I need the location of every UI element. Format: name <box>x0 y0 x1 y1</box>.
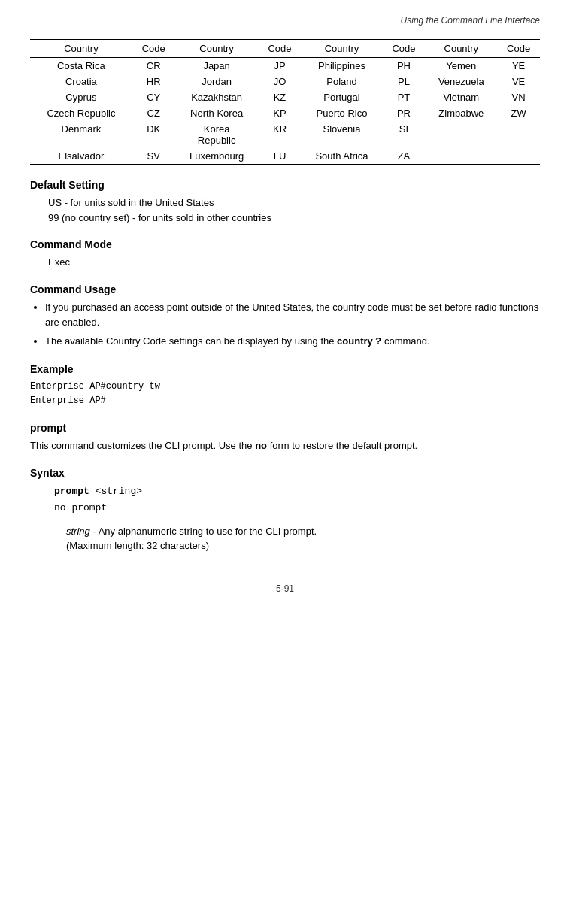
table-cell: Zimbabwe <box>425 105 497 121</box>
prompt-desc-pre: This command customizes the CLI prompt. … <box>30 440 255 451</box>
table-cell: Puerto Rico <box>301 105 382 121</box>
table-cell: VE <box>497 74 540 89</box>
syntax-param-desc2: (Maximum length: 32 characters) <box>66 540 209 551</box>
table-cell: KP <box>259 105 302 121</box>
default-setting-line1: US - for units sold in the United States <box>48 195 540 211</box>
table-cell: Philippines <box>301 58 382 74</box>
command-mode-value: Exec <box>48 256 70 268</box>
table-cell: PH <box>383 58 426 74</box>
table-cell: Poland <box>301 74 382 89</box>
table-cell <box>425 121 497 148</box>
table-cell: KR <box>259 121 302 148</box>
table-cell: SV <box>132 148 175 165</box>
col-header-country2: Country <box>175 40 259 58</box>
col-header-code1: Code <box>132 40 175 58</box>
table-cell: Jordan <box>175 74 259 89</box>
prompt-desc-post: form to restore the default prompt. <box>267 440 417 451</box>
bullet-1: If you purchased an access point outside… <box>45 300 540 332</box>
table-cell: JP <box>259 58 302 74</box>
table-cell: Portugal <box>301 89 382 105</box>
col-header-code2: Code <box>259 40 302 58</box>
page-footer: 5-91 <box>30 583 540 594</box>
table-cell: SI <box>383 121 426 148</box>
bullet-2: The available Country Code settings can … <box>45 334 540 350</box>
table-cell: PR <box>383 105 426 121</box>
header-title: Using the Command Line Interface <box>401 15 540 26</box>
command-usage-heading: Command Usage <box>30 283 540 295</box>
table-cell: ZA <box>383 148 426 165</box>
syntax-prompt-bold: prompt <box>54 486 89 497</box>
table-cell <box>425 148 497 165</box>
table-cell: Venezuela <box>425 74 497 89</box>
syntax-heading: Syntax <box>30 467 540 479</box>
table-cell: CR <box>132 58 175 74</box>
syntax-param-italic: string <box>66 526 90 537</box>
prompt-no-bold: no <box>255 440 267 451</box>
table-cell: HR <box>132 74 175 89</box>
table-row: CyprusCYKazakhstanKZPortugalPTVietnamVN <box>30 89 540 105</box>
table-row: Czech RepublicCZNorth KoreaKPPuerto Rico… <box>30 105 540 121</box>
table-cell: PT <box>383 89 426 105</box>
table-cell: KoreaRepublic <box>175 121 259 148</box>
table-row: ElsalvadorSVLuxembourgLUSouth AfricaZA <box>30 148 540 165</box>
page-number: 5-91 <box>276 583 294 594</box>
prompt-heading: prompt <box>30 422 540 434</box>
col-header-country4: Country <box>425 40 497 58</box>
country-table: Country Code Country Code Country Code C… <box>30 39 540 165</box>
table-cell: CY <box>132 89 175 105</box>
table-row: Costa RicaCRJapanJPPhilippinesPHYemenYE <box>30 58 540 74</box>
table-row: DenmarkDKKoreaRepublicKRSloveniaSI <box>30 121 540 148</box>
table-cell <box>497 121 540 148</box>
syntax-string: <string> <box>89 486 142 497</box>
table-cell: PL <box>383 74 426 89</box>
example-heading: Example <box>30 363 540 375</box>
table-cell: VN <box>497 89 540 105</box>
table-cell: Vietnam <box>425 89 497 105</box>
command-mode-heading: Command Mode <box>30 238 540 250</box>
table-cell: Slovenia <box>301 121 382 148</box>
default-setting-body: US - for units sold in the United States… <box>48 195 540 225</box>
syntax-description: string - Any alphanumeric string to use … <box>66 524 540 553</box>
table-cell: South Africa <box>301 148 382 165</box>
table-cell: KZ <box>259 89 302 105</box>
table-cell: Cyprus <box>30 89 132 105</box>
col-header-code3: Code <box>383 40 426 58</box>
table-cell: Croatia <box>30 74 132 89</box>
prompt-description: This command customizes the CLI prompt. … <box>30 438 540 453</box>
table-cell: Yemen <box>425 58 497 74</box>
default-setting-line2: 99 (no country set) - for units sold in … <box>48 211 540 226</box>
default-setting-heading: Default Setting <box>30 179 540 191</box>
example-code: Enterprise AP#country tw Enterprise AP# <box>30 380 540 408</box>
table-cell: LU <box>259 148 302 165</box>
table-cell <box>497 148 540 165</box>
col-header-country3: Country <box>301 40 382 58</box>
table-cell: JO <box>259 74 302 89</box>
page-header: Using the Command Line Interface <box>30 15 540 26</box>
syntax-param-desc: - Any alphanumeric string to use for the… <box>90 526 317 537</box>
table-cell: North Korea <box>175 105 259 121</box>
syntax-line2: no prompt <box>54 500 540 517</box>
table-row: CroatiaHRJordanJOPolandPLVenezuelaVE <box>30 74 540 89</box>
table-cell: Luxembourg <box>175 148 259 165</box>
table-cell: Denmark <box>30 121 132 148</box>
table-cell: Costa Rica <box>30 58 132 74</box>
col-header-code4: Code <box>497 40 540 58</box>
syntax-line1: prompt <string> <box>54 483 540 500</box>
table-cell: Czech Republic <box>30 105 132 121</box>
table-cell: CZ <box>132 105 175 121</box>
table-cell: ZW <box>497 105 540 121</box>
table-cell: Japan <box>175 58 259 74</box>
table-cell: Kazakhstan <box>175 89 259 105</box>
table-cell: Elsalvador <box>30 148 132 165</box>
table-cell: YE <box>497 58 540 74</box>
country-command-bold: country ? <box>337 335 381 347</box>
command-usage-list: If you purchased an access point outside… <box>45 300 540 350</box>
col-header-country1: Country <box>30 40 132 58</box>
syntax-block: prompt <string> no prompt <box>54 483 540 517</box>
command-mode-body: Exec <box>48 255 540 270</box>
table-cell: DK <box>132 121 175 148</box>
